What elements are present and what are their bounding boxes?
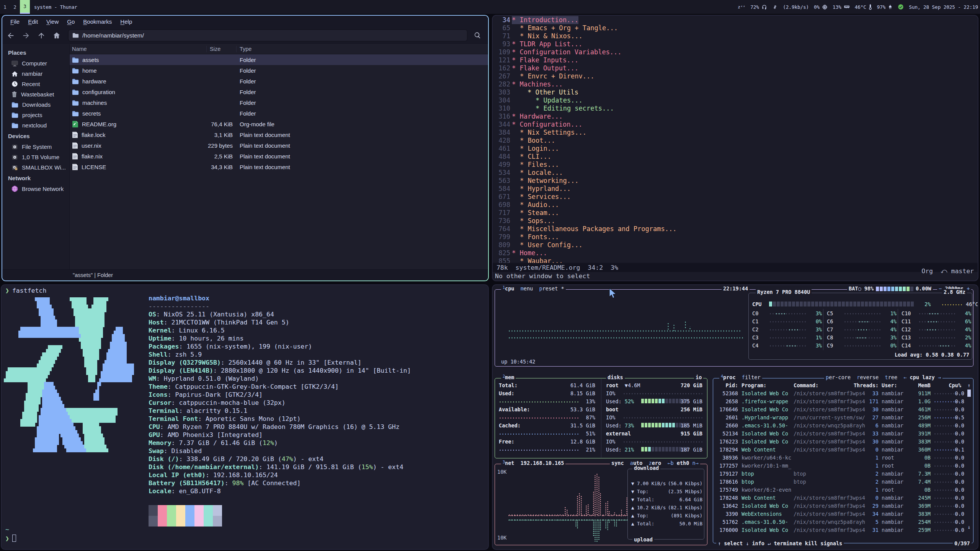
file-name: home (82, 67, 97, 74)
sidebar-item-label: SMALLBOX Wi... (22, 164, 66, 171)
proc-program-text: WebExtensions (742, 511, 782, 517)
menu-view[interactable]: View (42, 18, 63, 25)
sidebar-item-file-system[interactable]: File System (2, 142, 69, 152)
info-label: WM (149, 375, 156, 382)
thunar-menubar: FileEditViewGoBookmarksHelp (2, 16, 488, 28)
file-row-home[interactable]: homeFolder (70, 65, 488, 76)
core-name: C12 (902, 326, 911, 333)
proc-user: nambiar (882, 414, 903, 422)
terminal-window[interactable]: ❯fastfetch nambiar@smallbox-------------… (1, 284, 489, 550)
file-row-configuration[interactable]: configurationFolder (70, 86, 488, 97)
workspace-button-3[interactable]: 3 (20, 0, 30, 14)
workspace-button-2[interactable]: 2 (10, 0, 20, 14)
search-button[interactable] (470, 29, 485, 41)
proc-pid-text: 176646 (719, 406, 738, 412)
org-heading-l2: * Miscellaneous Packages and Programs... (520, 225, 676, 233)
column-name[interactable]: Name (70, 46, 207, 52)
proc-header-threads-text: Threads: (854, 382, 879, 388)
proc-user: nambiar (882, 438, 903, 446)
sidebar-item-wastebasket[interactable]: Wastebasket (2, 89, 69, 99)
logo-pixel-run (35, 297, 50, 301)
meter-block (815, 302, 818, 306)
column-type[interactable]: Type (237, 46, 252, 52)
proc-cpu-text: 0.8 (955, 398, 964, 404)
info-colon: : (168, 383, 172, 390)
sidebar-item-computer[interactable]: Computer (2, 58, 69, 68)
proc-mem-text: 0B (924, 463, 931, 469)
menu-help[interactable]: Help (116, 18, 136, 25)
back-button[interactable] (4, 29, 18, 42)
proc-user: root (882, 454, 894, 462)
menu-edit[interactable]: Edit (24, 18, 42, 25)
proc-threads: 27 (845, 414, 879, 422)
menu-file[interactable]: File (6, 18, 24, 25)
proc-program-text: kworker/10:1-mm_ (742, 463, 791, 469)
core-pct-value: 4% (890, 318, 897, 324)
fastfetch-line: CPU: AMD Ryzen 7 PRO 8840U w/ Radeon 780… (149, 423, 400, 431)
core-label: C13 (902, 334, 911, 342)
sidebar-item-projects[interactable]: projects (2, 110, 69, 120)
btop-window[interactable]: 1cpu menu preset *22:19:44BAT○ 98%0.00W−… (492, 284, 978, 550)
disk-used-value-text: 187 GiB (681, 447, 702, 453)
file-row-license[interactable]: LICENSE34,3 KiBPlain text document (70, 161, 488, 172)
clock-module[interactable]: Sun, 28 Sep 2025 - 22:19 (909, 4, 978, 10)
line-number: 717 (493, 209, 510, 217)
up-button[interactable] (34, 29, 48, 42)
file-row-hardware[interactable]: hardwareFolder (70, 76, 488, 86)
sidebar-item-label: Wastebasket (21, 91, 54, 98)
disk-name: boot (606, 406, 619, 412)
meter-block (903, 302, 906, 306)
core-name: C6 (827, 318, 833, 324)
core-pct: 1% (809, 334, 822, 342)
proc-program: Isolated Web Co (742, 390, 788, 398)
logo-pixel-run (22, 412, 37, 416)
file-name-cell: home (70, 67, 207, 74)
home-button[interactable] (50, 29, 64, 42)
sidebar-item-nambiar[interactable]: nambiar (2, 68, 69, 79)
path-bar[interactable]: /home/nambiar/system/ (68, 29, 467, 41)
file-row-flake-nix[interactable]: flake.nix2,5 KiBPlain text document (70, 151, 488, 161)
menu-bookmarks[interactable]: Bookmarks (79, 18, 116, 25)
file-type-cell: Plain text document (237, 153, 290, 160)
menu-go[interactable]: Go (63, 18, 79, 25)
proc-pid-text: 175749 (719, 487, 738, 493)
info-colon: : (156, 375, 160, 382)
fastfetch-separator: ---------------- (149, 303, 209, 310)
thunar-toolbar: /home/nambiar/system/ (2, 28, 488, 44)
sidebar-item-smallbox-wi-[interactable]: SMALLBOX Wi... (2, 162, 69, 173)
proc-user-text: nambiar (882, 406, 903, 412)
proc-threads-text: 30 (872, 439, 879, 445)
core-name: C9 (827, 342, 833, 349)
sidebar-item-downloads[interactable]: Downloads (2, 99, 69, 110)
file-row-machines[interactable]: machinesFolder (70, 97, 488, 108)
arrow-up-icon (37, 31, 46, 40)
proc-threads-text: 34 (872, 511, 879, 517)
sidebar-item-browse-network[interactable]: Browse Network (2, 184, 69, 194)
core-name: C13 (902, 334, 911, 341)
column-size[interactable]: Size (207, 46, 237, 52)
proc-program: Isolated Web Co (742, 430, 788, 438)
sidebar-item-1-0-tb-volume[interactable]: 1,0 TB Volume (2, 152, 69, 162)
palette-swatch (204, 516, 213, 527)
proc-mem-text: 1.0G (918, 398, 931, 404)
file-row-assets[interactable]: assetsFolder (70, 54, 488, 65)
file-row-secrets[interactable]: secretsFolder (70, 108, 488, 119)
emacs-window[interactable]: 34* Introduction...65* Emacs + Org + Tan… (492, 15, 978, 281)
org-heading-l2: * Envrc + Direnv... (520, 72, 594, 80)
forward-button[interactable] (19, 29, 33, 42)
sidebar-item-nextcloud[interactable]: nextcloud (2, 120, 69, 130)
mem-pct-value: 21% (586, 447, 595, 453)
proc-cpu: 0.0 (940, 462, 964, 470)
file-row-readme-org[interactable]: README.org76,4 KiBOrg-mode file (70, 119, 488, 129)
sidebar-item-recent[interactable]: Recent (2, 79, 69, 89)
line-number: 428 (493, 137, 510, 144)
sidebar-section-network: Network (2, 173, 69, 184)
workspace-button-1[interactable]: 1 (0, 0, 10, 14)
logo-pixel-run (37, 434, 59, 437)
core-name: C3 (752, 334, 758, 341)
file-row-user-nix[interactable]: user.nix229 bytesPlain text document (70, 140, 488, 151)
file-row-flake-lock[interactable]: flake.lock3,1 KiBPlain text document (70, 129, 488, 140)
proc-cpu: 0.5 (940, 414, 964, 422)
proc-threads-text: 29 (872, 503, 879, 509)
core-label: C11 (902, 318, 911, 326)
